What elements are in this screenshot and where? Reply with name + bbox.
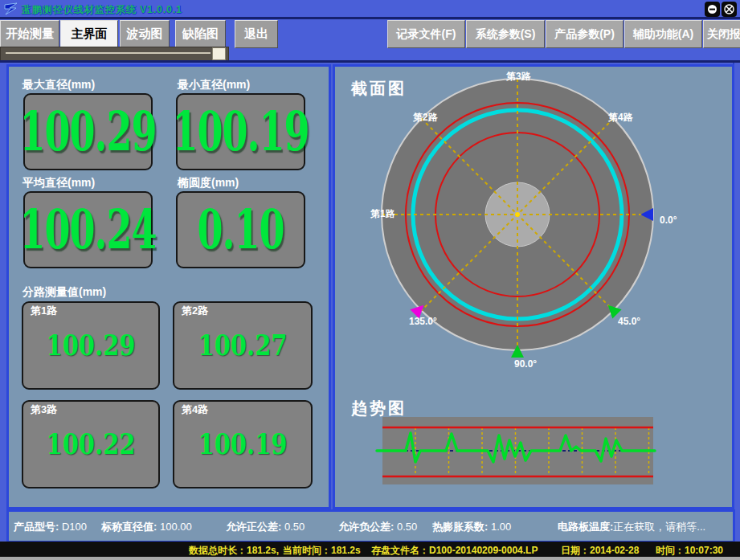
date-item: 日期：2014-02-28 (561, 544, 639, 558)
channel-3-display: 第3路 100.22 (22, 400, 160, 488)
angle-label-135: 135.0° (409, 316, 437, 327)
time-label: 时间： (656, 545, 685, 556)
avg-diameter-display: 100.24 (23, 191, 153, 268)
close-button[interactable] (722, 2, 737, 17)
exit-button[interactable]: 退出 (235, 20, 278, 48)
menu-record-file[interactable]: 记录文件(F) (387, 20, 465, 48)
minus-tolerance-label: 允许负公差: (338, 521, 394, 533)
avg-diameter-label: 平均直径(mm) (22, 176, 95, 190)
plus-tolerance-item: 允许正公差: 0.50 (226, 520, 305, 534)
plus-tolerance-label: 允许正公差: (226, 521, 281, 533)
save-filename-label: 存盘文件名： (371, 545, 429, 556)
product-model-item: 产品型号: D100 (14, 520, 87, 534)
tab-fluctuation-chart[interactable]: 波动图 (120, 20, 170, 48)
beam-label-3: 第3路 (506, 70, 531, 84)
measure-progress-slider[interactable] (0, 47, 229, 61)
slider-track (6, 52, 211, 54)
board-temp-label: 电路板温度: (558, 521, 613, 533)
channel-1-value: 100.29 (47, 329, 136, 362)
product-model-label: 产品型号: (14, 521, 59, 533)
nominal-diameter-item: 标称直径值: 100.00 (101, 520, 192, 534)
min-diameter-display: 100.19 (176, 93, 305, 170)
board-temp-value: 正在获取，请稍等... (613, 521, 705, 533)
window-title: 蓝鹏测径仪线材监控系统 V1.0.0.1 (22, 3, 182, 17)
menu-product-params[interactable]: 产品参数(P) (546, 20, 623, 48)
menu-system-params[interactable]: 系统参数(S) (466, 20, 545, 48)
angle-label-45: 45.0° (618, 316, 640, 327)
app-logo-icon (4, 2, 18, 16)
channel-4-value: 100.19 (198, 428, 288, 461)
toolbar-separator (0, 60, 740, 63)
time-item: 时间：10:07:30 (656, 544, 723, 558)
date-label: 日期： (561, 545, 590, 556)
thermal-coeff-value: 1.00 (491, 521, 511, 533)
nominal-diameter-value: 100.00 (160, 521, 192, 533)
tab-main-screen[interactable]: 主界面 (60, 20, 118, 48)
measurement-panel: 最大直径(mm) 最小直径(mm) 100.29 100.19 平均直径(mm)… (6, 64, 331, 509)
angle-label-90: 90.0° (514, 358, 537, 370)
start-measure-button[interactable]: 开始测量 (0, 20, 59, 48)
max-diameter-label: 最大直径(mm) (22, 78, 95, 92)
channel-2-display: 第2路 100.27 (173, 301, 313, 390)
total-duration-item: 数据总时长：181.2s, (189, 544, 279, 558)
plus-tolerance-value: 0.50 (284, 521, 305, 533)
title-bar: 蓝鹏测径仪线材监控系统 V1.0.0.1 (0, 0, 740, 18)
tab-defect-chart[interactable]: 缺陷图 (175, 20, 226, 48)
current-time-label: 当前时间： (283, 545, 331, 556)
titlebar-separator (0, 17, 740, 19)
channel-section-label: 分路测量值(mm) (22, 285, 106, 300)
min-diameter-value: 100.19 (172, 100, 309, 163)
beam-label-2: 第2路 (413, 111, 438, 125)
channel-3-value: 100.22 (47, 428, 136, 461)
trend-chart (375, 414, 658, 489)
minus-tolerance-value: 0.50 (397, 521, 417, 533)
menu-close-alarm[interactable]: 关闭报警 (703, 20, 740, 48)
nominal-diameter-label: 标称直径值: (101, 521, 157, 533)
avg-diameter-value: 100.24 (19, 198, 156, 261)
save-filename-item: 存盘文件名：D100-20140209-0004.LP (371, 544, 538, 558)
ovality-label: 椭圆度(mm) (178, 176, 239, 190)
product-info-bar: 产品型号: D100 标称直径值: 100.00 允许正公差: 0.50 允许负… (6, 509, 735, 543)
channel-2-name: 第2路 (182, 304, 208, 318)
app-window: 蓝鹏测径仪线材监控系统 V1.0.0.1 开始测量 主界面 波动图 缺陷图 退出… (0, 0, 740, 560)
window-bottom-edge (0, 557, 740, 560)
channel-1-name: 第1路 (31, 304, 57, 318)
channel-4-display: 第4路 100.19 (173, 400, 313, 488)
minimize-button[interactable] (705, 2, 720, 17)
current-time-item: 当前时间：181.2s (283, 544, 361, 558)
close-icon (723, 3, 735, 15)
date-value: 2014-02-28 (590, 545, 639, 556)
total-duration-label: 数据总时长： (189, 545, 247, 556)
time-value: 10:07:30 (685, 545, 723, 556)
max-diameter-value: 100.29 (19, 100, 156, 163)
beam-label-1: 第1路 (370, 207, 395, 221)
channel-4-name: 第4路 (182, 403, 208, 417)
channel-2-value: 100.27 (198, 329, 288, 362)
total-duration-value: 181.2s, (247, 545, 279, 556)
status-bar: 数据总时长：181.2s, 当前时间：181.2s 存盘文件名：D100-201… (0, 542, 740, 557)
thermal-coeff-item: 热膨胀系数: 1.00 (432, 520, 511, 534)
save-filename-value: D100-20140209-0004.LP (429, 545, 538, 556)
minus-tolerance-item: 允许负公差: 0.50 (338, 520, 417, 534)
minimize-icon (706, 3, 718, 15)
product-model-value: D100 (62, 521, 87, 533)
current-time-value: 181.2s (331, 545, 361, 556)
beam-label-4: 第4路 (608, 111, 633, 125)
graphics-panel: 截面图 第3路 第2路 第4路 第1路 0.0° 45.0° 90.0° (333, 64, 734, 509)
cross-section-diagram (335, 67, 713, 396)
ovality-value: 0.10 (197, 198, 284, 261)
angle-label-0: 0.0° (660, 215, 677, 226)
slider-handle[interactable] (212, 47, 226, 60)
board-temp-item: 电路板温度:正在获取，请稍等... (558, 520, 705, 534)
menu-auxiliary[interactable]: 辅助功能(A) (624, 20, 702, 48)
thermal-coeff-label: 热膨胀系数: (432, 521, 488, 533)
ovality-display: 0.10 (176, 191, 305, 268)
max-diameter-display: 100.29 (23, 93, 153, 170)
channel-1-display: 第1路 100.29 (22, 301, 160, 390)
channel-3-name: 第3路 (31, 403, 57, 417)
center-point (515, 212, 520, 217)
min-diameter-label: 最小直径(mm) (178, 78, 250, 92)
